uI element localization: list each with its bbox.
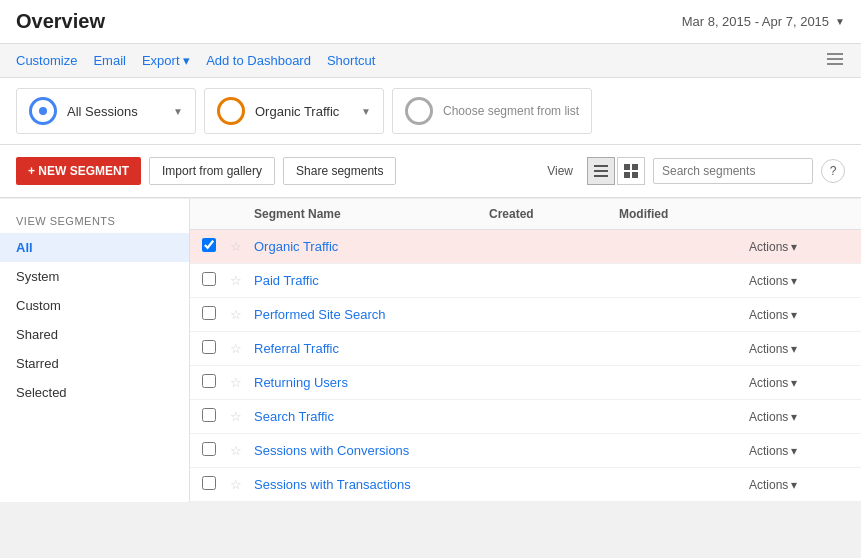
row-star-icon[interactable]: ☆ <box>230 375 254 390</box>
actions-button[interactable]: Actions ▾ <box>749 444 797 458</box>
row-actions: Actions ▾ <box>749 478 849 492</box>
row-check-input[interactable] <box>202 306 216 320</box>
nav-item-shared[interactable]: Shared <box>0 320 189 349</box>
row-star-icon[interactable]: ☆ <box>230 307 254 322</box>
actions-button[interactable]: Actions ▾ <box>749 240 797 254</box>
nav-item-starred[interactable]: Starred <box>0 349 189 378</box>
row-check-input[interactable] <box>202 374 216 388</box>
nav-item-all[interactable]: All <box>0 233 189 262</box>
row-star-icon[interactable]: ☆ <box>230 341 254 356</box>
segment-slot-1[interactable]: All Sessions ▼ <box>16 88 196 134</box>
view-toggle <box>587 157 645 185</box>
segment-bar: All Sessions ▼ Organic Traffic ▼ Choose … <box>0 78 861 145</box>
new-segment-button[interactable]: + NEW SEGMENT <box>16 157 141 185</box>
actions-arrow-icon: ▾ <box>791 240 797 254</box>
row-checkbox[interactable] <box>202 476 230 493</box>
row-actions: Actions ▾ <box>749 444 849 458</box>
segment-slot-2[interactable]: Organic Traffic ▼ <box>204 88 384 134</box>
page-title: Overview <box>16 10 105 33</box>
search-input[interactable] <box>653 158 813 184</box>
content-area: VIEW SEGMENTS All System Custom Shared S… <box>0 198 861 502</box>
row-checkbox[interactable] <box>202 408 230 425</box>
actions-arrow-icon: ▾ <box>791 274 797 288</box>
date-range[interactable]: Mar 8, 2015 - Apr 7, 2015 ▼ <box>682 14 845 29</box>
segment-slot-3[interactable]: Choose segment from list <box>392 88 592 134</box>
row-segment-name[interactable]: Returning Users <box>254 375 489 390</box>
actions-arrow-icon: ▾ <box>791 410 797 424</box>
email-link[interactable]: Email <box>93 53 126 68</box>
slot1-label: All Sessions <box>67 104 163 119</box>
nav-item-selected[interactable]: Selected <box>0 378 189 407</box>
row-segment-name[interactable]: Referral Traffic <box>254 341 489 356</box>
row-star-icon[interactable]: ☆ <box>230 273 254 288</box>
list-view-button[interactable] <box>587 157 615 185</box>
row-actions: Actions ▾ <box>749 410 849 424</box>
help-button[interactable]: ? <box>821 159 845 183</box>
actions-button[interactable]: Actions ▾ <box>749 308 797 322</box>
svg-rect-7 <box>632 164 638 170</box>
segment-panel: + NEW SEGMENT Import from gallery Share … <box>0 145 861 502</box>
row-segment-name[interactable]: Performed Site Search <box>254 307 489 322</box>
actions-button[interactable]: Actions ▾ <box>749 274 797 288</box>
segment-actions-bar: + NEW SEGMENT Import from gallery Share … <box>0 145 861 198</box>
row-actions: Actions ▾ <box>749 308 849 322</box>
row-checkbox[interactable] <box>202 374 230 391</box>
svg-rect-9 <box>632 172 638 178</box>
row-check-input[interactable] <box>202 238 216 252</box>
table-row: ☆ Referral Traffic Actions ▾ <box>190 332 861 366</box>
slot3-icon <box>405 97 433 125</box>
row-check-input[interactable] <box>202 476 216 490</box>
row-segment-name[interactable]: Search Traffic <box>254 409 489 424</box>
actions-button[interactable]: Actions ▾ <box>749 478 797 492</box>
view-label: View <box>547 164 573 178</box>
slot1-icon <box>29 97 57 125</box>
row-segment-name[interactable]: Paid Traffic <box>254 273 489 288</box>
row-check-input[interactable] <box>202 340 216 354</box>
table-row: ☆ Organic Traffic Actions ▾ <box>190 230 861 264</box>
row-star-icon[interactable]: ☆ <box>230 239 254 254</box>
header-name: Segment Name <box>254 207 489 221</box>
shortcut-link[interactable]: Shortcut <box>327 53 375 68</box>
table-row: ☆ Search Traffic Actions ▾ <box>190 400 861 434</box>
svg-rect-1 <box>827 58 843 60</box>
row-check-input[interactable] <box>202 272 216 286</box>
svg-rect-2 <box>827 63 843 65</box>
actions-button[interactable]: Actions ▾ <box>749 342 797 356</box>
page-header: Overview Mar 8, 2015 - Apr 7, 2015 ▼ <box>0 0 861 44</box>
row-checkbox[interactable] <box>202 442 230 459</box>
row-check-input[interactable] <box>202 442 216 456</box>
actions-button[interactable]: Actions ▾ <box>749 410 797 424</box>
share-segments-button[interactable]: Share segments <box>283 157 396 185</box>
row-check-input[interactable] <box>202 408 216 422</box>
row-checkbox[interactable] <box>202 238 230 255</box>
export-link[interactable]: Export ▾ <box>142 53 190 68</box>
grid-view-button[interactable] <box>617 157 645 185</box>
row-segment-name[interactable]: Sessions with Conversions <box>254 443 489 458</box>
actions-arrow-icon: ▾ <box>791 444 797 458</box>
row-star-icon[interactable]: ☆ <box>230 443 254 458</box>
slot1-arrow-icon: ▼ <box>173 106 183 117</box>
customize-link[interactable]: Customize <box>16 53 77 68</box>
nav-item-custom[interactable]: Custom <box>0 291 189 320</box>
row-actions: Actions ▾ <box>749 342 849 356</box>
table-row: ☆ Sessions with Transactions Actions ▾ <box>190 468 861 502</box>
svg-rect-8 <box>624 172 630 178</box>
row-checkbox[interactable] <box>202 272 230 289</box>
row-segment-name[interactable]: Organic Traffic <box>254 239 489 254</box>
actions-arrow-icon: ▾ <box>791 308 797 322</box>
row-segment-name[interactable]: Sessions with Transactions <box>254 477 489 492</box>
import-gallery-button[interactable]: Import from gallery <box>149 157 275 185</box>
row-actions: Actions ▾ <box>749 240 849 254</box>
svg-rect-4 <box>594 170 608 172</box>
toolbar-help-icon <box>827 52 845 69</box>
row-checkbox[interactable] <box>202 306 230 323</box>
row-checkbox[interactable] <box>202 340 230 357</box>
add-dashboard-link[interactable]: Add to Dashboard <box>206 53 311 68</box>
row-star-icon[interactable]: ☆ <box>230 477 254 492</box>
slot2-arrow-icon: ▼ <box>361 106 371 117</box>
actions-arrow-icon: ▾ <box>791 342 797 356</box>
actions-button[interactable]: Actions ▾ <box>749 376 797 390</box>
svg-rect-0 <box>827 53 843 55</box>
nav-item-system[interactable]: System <box>0 262 189 291</box>
row-star-icon[interactable]: ☆ <box>230 409 254 424</box>
